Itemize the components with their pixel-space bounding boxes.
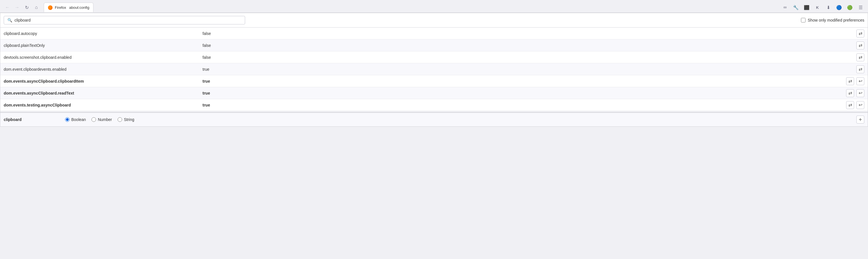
boolean-radio-option: Boolean	[65, 117, 86, 122]
toggle-button[interactable]: ⇄	[856, 30, 864, 37]
infinity-button[interactable]: ∞	[781, 3, 789, 11]
string-radio[interactable]	[118, 117, 122, 122]
search-input-wrapper: 🔍	[4, 16, 245, 25]
extension2-button[interactable]: 🔵	[835, 3, 843, 11]
string-radio-label[interactable]: String	[124, 117, 134, 122]
pref-actions: ⇄	[856, 64, 864, 74]
pref-actions: ⇄ ↩	[846, 76, 864, 86]
pref-name: dom.events.asyncClipboard.clipboardItem	[4, 76, 203, 86]
forward-button[interactable]: →	[13, 3, 21, 11]
wrench-button[interactable]: 🔧	[792, 3, 800, 11]
pref-value: false	[203, 40, 856, 51]
search-icon: 🔍	[7, 18, 12, 23]
pref-name: dom.events.asyncClipboard.readText	[4, 88, 203, 98]
modified-filter-checkbox[interactable]	[801, 18, 806, 23]
download-button[interactable]: ⬇	[824, 3, 832, 11]
pref-actions: ⇄ ↩	[846, 100, 864, 110]
forward-icon: →	[15, 5, 19, 10]
number-radio-option: Number	[91, 117, 112, 122]
pref-name: clipboard.autocopy	[4, 28, 203, 39]
type-radio-group: Boolean Number String	[65, 117, 852, 122]
browser-toolbar-icons: ∞ 🔧 ⬛ K ⬇ 🔵 🟢 ☰	[781, 3, 865, 11]
reload-button[interactable]: ↻	[23, 3, 31, 11]
pref-actions: ⇄ ↩	[846, 88, 864, 98]
pref-value: true	[203, 100, 846, 110]
tab-bar: ← → ↻ ⌂ Firefox about:config	[0, 0, 868, 12]
pref-value: false	[203, 52, 856, 63]
string-radio-option: String	[118, 117, 134, 122]
pref-name: devtools.screenshot.clipboard.enabled	[4, 52, 203, 63]
preferences-list: clipboard.autocopy false ⇄ clipboard.pla…	[0, 28, 868, 111]
nav-controls: ← → ↻ ⌂	[3, 3, 40, 11]
reset-button[interactable]: ↩	[856, 89, 864, 97]
pref-row: devtools.screenshot.clipboard.enabled fa…	[0, 52, 868, 63]
menu-button[interactable]: ☰	[857, 3, 865, 11]
profile-button[interactable]: 🟢	[846, 3, 854, 11]
pref-value: true	[203, 88, 846, 98]
toggle-button[interactable]: ⇄	[856, 41, 864, 50]
pref-name: dom.event.clipboardevents.enabled	[4, 64, 203, 74]
pref-value: true	[203, 76, 846, 86]
modified-filter: Show only modified preferences	[801, 18, 864, 23]
firefox-icon	[48, 5, 53, 10]
toggle-button[interactable]: ⇄	[856, 65, 864, 73]
reload-icon: ↻	[25, 5, 29, 10]
pref-name: clipboard.plainTextOnly	[4, 40, 203, 51]
number-radio[interactable]	[91, 117, 96, 122]
toggle-button[interactable]: ⇄	[846, 77, 854, 85]
modified-filter-label[interactable]: Show only modified preferences	[808, 18, 864, 23]
reset-button[interactable]: ↩	[856, 77, 864, 85]
search-input[interactable]	[14, 18, 241, 23]
pref-row: clipboard.plainTextOnly false ⇄	[0, 39, 868, 52]
pref-row-modified: dom.events.asyncClipboard.readText true …	[0, 87, 868, 99]
tab-favicon	[48, 5, 53, 10]
back-icon: ←	[5, 5, 10, 10]
add-pref-bar: clipboard Boolean Number String +	[0, 112, 868, 126]
extensions-button[interactable]: ⬛	[803, 3, 811, 11]
boolean-radio[interactable]	[65, 117, 70, 122]
page-wrapper: 🔍 Show only modified preferences clipboa…	[0, 13, 868, 127]
pref-row: dom.event.clipboardevents.enabled true ⇄	[0, 63, 868, 75]
boolean-radio-label[interactable]: Boolean	[71, 117, 86, 122]
reset-button[interactable]: ↩	[856, 101, 864, 109]
toggle-button[interactable]: ⇄	[856, 54, 864, 61]
home-icon: ⌂	[35, 5, 38, 10]
add-pref-name-label: clipboard	[4, 117, 61, 122]
pref-name: dom.events.testing.asyncClipboard	[4, 100, 203, 110]
pref-value: false	[203, 28, 856, 39]
search-bar-container: 🔍 Show only modified preferences	[0, 13, 868, 28]
pref-row-modified: dom.events.asyncClipboard.clipboardItem …	[0, 75, 868, 87]
account-button[interactable]: K	[813, 3, 822, 11]
browser-chrome: ← → ↻ ⌂ Firefox about:config	[0, 0, 868, 13]
pref-value: true	[203, 64, 856, 74]
pref-actions: ⇄	[856, 40, 864, 51]
back-button[interactable]: ←	[3, 3, 11, 11]
tab-strip: Firefox about:config	[44, 3, 781, 12]
pref-actions: ⇄	[856, 52, 864, 63]
toggle-button[interactable]: ⇄	[846, 89, 854, 97]
tab-title: Firefox about:config	[55, 5, 89, 10]
active-tab[interactable]: Firefox about:config	[44, 3, 93, 12]
home-button[interactable]: ⌂	[32, 3, 40, 11]
add-preference-button[interactable]: +	[856, 116, 864, 124]
toggle-button[interactable]: ⇄	[846, 101, 854, 109]
pref-row-modified: dom.events.testing.asyncClipboard true ⇄…	[0, 99, 868, 111]
pref-row: clipboard.autocopy false ⇄	[0, 28, 868, 39]
number-radio-label[interactable]: Number	[98, 117, 112, 122]
pref-actions: ⇄	[856, 28, 864, 39]
